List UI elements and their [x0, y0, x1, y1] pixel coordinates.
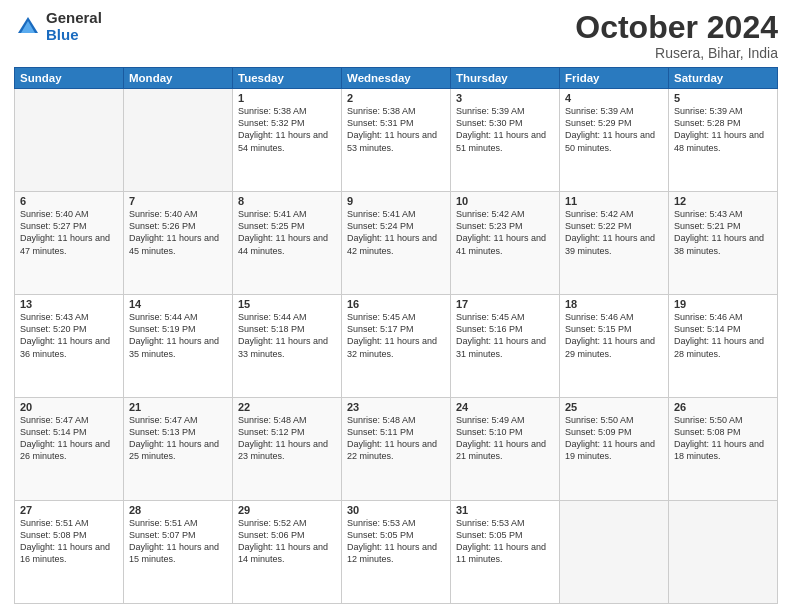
- table-row: 22Sunrise: 5:48 AMSunset: 5:12 PMDayligh…: [233, 398, 342, 501]
- col-saturday: Saturday: [669, 68, 778, 89]
- table-row: 5Sunrise: 5:39 AMSunset: 5:28 PMDaylight…: [669, 89, 778, 192]
- title-month: October 2024: [575, 10, 778, 45]
- table-row: 15Sunrise: 5:44 AMSunset: 5:18 PMDayligh…: [233, 295, 342, 398]
- calendar-table: Sunday Monday Tuesday Wednesday Thursday…: [14, 67, 778, 604]
- calendar-week-4: 20Sunrise: 5:47 AMSunset: 5:14 PMDayligh…: [15, 398, 778, 501]
- logo: General Blue: [14, 10, 102, 43]
- table-row: 20Sunrise: 5:47 AMSunset: 5:14 PMDayligh…: [15, 398, 124, 501]
- table-row: 8Sunrise: 5:41 AMSunset: 5:25 PMDaylight…: [233, 192, 342, 295]
- table-row: 10Sunrise: 5:42 AMSunset: 5:23 PMDayligh…: [451, 192, 560, 295]
- table-row: 29Sunrise: 5:52 AMSunset: 5:06 PMDayligh…: [233, 501, 342, 604]
- header: General Blue October 2024 Rusera, Bihar,…: [14, 10, 778, 61]
- table-row: [15, 89, 124, 192]
- table-row: 23Sunrise: 5:48 AMSunset: 5:11 PMDayligh…: [342, 398, 451, 501]
- table-row: 17Sunrise: 5:45 AMSunset: 5:16 PMDayligh…: [451, 295, 560, 398]
- table-row: 24Sunrise: 5:49 AMSunset: 5:10 PMDayligh…: [451, 398, 560, 501]
- table-row: 4Sunrise: 5:39 AMSunset: 5:29 PMDaylight…: [560, 89, 669, 192]
- table-row: 25Sunrise: 5:50 AMSunset: 5:09 PMDayligh…: [560, 398, 669, 501]
- table-row: 16Sunrise: 5:45 AMSunset: 5:17 PMDayligh…: [342, 295, 451, 398]
- col-monday: Monday: [124, 68, 233, 89]
- col-tuesday: Tuesday: [233, 68, 342, 89]
- table-row: 11Sunrise: 5:42 AMSunset: 5:22 PMDayligh…: [560, 192, 669, 295]
- col-sunday: Sunday: [15, 68, 124, 89]
- col-friday: Friday: [560, 68, 669, 89]
- table-row: [669, 501, 778, 604]
- table-row: 19Sunrise: 5:46 AMSunset: 5:14 PMDayligh…: [669, 295, 778, 398]
- calendar-week-5: 27Sunrise: 5:51 AMSunset: 5:08 PMDayligh…: [15, 501, 778, 604]
- table-row: 9Sunrise: 5:41 AMSunset: 5:24 PMDaylight…: [342, 192, 451, 295]
- table-row: 7Sunrise: 5:40 AMSunset: 5:26 PMDaylight…: [124, 192, 233, 295]
- calendar-header-row: Sunday Monday Tuesday Wednesday Thursday…: [15, 68, 778, 89]
- table-row: 30Sunrise: 5:53 AMSunset: 5:05 PMDayligh…: [342, 501, 451, 604]
- table-row: [124, 89, 233, 192]
- logo-general: General: [46, 10, 102, 27]
- calendar-week-3: 13Sunrise: 5:43 AMSunset: 5:20 PMDayligh…: [15, 295, 778, 398]
- table-row: 31Sunrise: 5:53 AMSunset: 5:05 PMDayligh…: [451, 501, 560, 604]
- title-block: October 2024 Rusera, Bihar, India: [575, 10, 778, 61]
- col-wednesday: Wednesday: [342, 68, 451, 89]
- table-row: 6Sunrise: 5:40 AMSunset: 5:27 PMDaylight…: [15, 192, 124, 295]
- logo-text: General Blue: [46, 10, 102, 43]
- calendar-week-1: 1Sunrise: 5:38 AMSunset: 5:32 PMDaylight…: [15, 89, 778, 192]
- table-row: 2Sunrise: 5:38 AMSunset: 5:31 PMDaylight…: [342, 89, 451, 192]
- table-row: 1Sunrise: 5:38 AMSunset: 5:32 PMDaylight…: [233, 89, 342, 192]
- table-row: 13Sunrise: 5:43 AMSunset: 5:20 PMDayligh…: [15, 295, 124, 398]
- table-row: 21Sunrise: 5:47 AMSunset: 5:13 PMDayligh…: [124, 398, 233, 501]
- logo-icon: [14, 13, 42, 41]
- table-row: 26Sunrise: 5:50 AMSunset: 5:08 PMDayligh…: [669, 398, 778, 501]
- page: General Blue October 2024 Rusera, Bihar,…: [0, 0, 792, 612]
- table-row: 18Sunrise: 5:46 AMSunset: 5:15 PMDayligh…: [560, 295, 669, 398]
- table-row: 28Sunrise: 5:51 AMSunset: 5:07 PMDayligh…: [124, 501, 233, 604]
- calendar-week-2: 6Sunrise: 5:40 AMSunset: 5:27 PMDaylight…: [15, 192, 778, 295]
- table-row: 27Sunrise: 5:51 AMSunset: 5:08 PMDayligh…: [15, 501, 124, 604]
- table-row: 12Sunrise: 5:43 AMSunset: 5:21 PMDayligh…: [669, 192, 778, 295]
- table-row: 3Sunrise: 5:39 AMSunset: 5:30 PMDaylight…: [451, 89, 560, 192]
- table-row: 14Sunrise: 5:44 AMSunset: 5:19 PMDayligh…: [124, 295, 233, 398]
- col-thursday: Thursday: [451, 68, 560, 89]
- logo-blue: Blue: [46, 27, 102, 44]
- table-row: [560, 501, 669, 604]
- title-location: Rusera, Bihar, India: [575, 45, 778, 61]
